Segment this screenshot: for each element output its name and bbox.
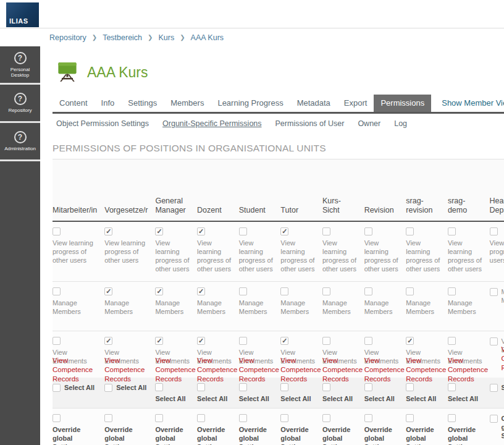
checkbox-manage-members[interactable] [406, 287, 414, 295]
checkbox-manage-members[interactable] [364, 287, 372, 295]
checkbox-select-all[interactable] [239, 383, 247, 391]
view-competence-records-link[interactable]: View Competence Records [52, 356, 101, 384]
checkbox-override-global-settings[interactable] [448, 414, 456, 422]
checkbox-view-learning-progress[interactable] [280, 227, 288, 235]
checkbox-view-learning-progress[interactable] [364, 227, 372, 235]
checkbox-manage-members[interactable] [197, 287, 205, 295]
checkbox-view-enrolments[interactable] [448, 337, 456, 345]
tab-content[interactable]: Content [52, 95, 94, 112]
checkbox-select-all[interactable] [197, 383, 205, 391]
checkbox-override-global-settings[interactable] [239, 414, 247, 422]
checkbox-select-all[interactable] [104, 384, 112, 392]
tab-learning-progress[interactable]: Learning Progress [211, 95, 290, 112]
breadcrumb-link-testbereich[interactable]: Testbereich [103, 33, 142, 42]
tab-permissions[interactable]: Permissions [374, 95, 431, 112]
subtab-owner[interactable]: Owner [358, 119, 380, 128]
permission-label-wrap: View EnrolmentsView Competence Records [448, 348, 482, 365]
checkbox-view-learning-progress[interactable] [104, 227, 112, 235]
checkbox-view-enrolments[interactable] [197, 337, 205, 345]
view-competence-records-link[interactable]: View Competence Records [155, 356, 193, 384]
checkbox-select-all[interactable] [490, 384, 498, 392]
checkbox-select-all[interactable] [406, 383, 414, 391]
view-competence-records-link[interactable]: View Competence Records [197, 356, 235, 384]
checkbox-view-enrolments[interactable] [52, 337, 61, 345]
checkbox-view-enrolments[interactable] [490, 337, 498, 345]
checkbox-view-learning-progress[interactable] [155, 227, 163, 235]
permission-label: Override global Settings [406, 425, 440, 445]
view-competence-records-link[interactable]: View Competence Records [502, 345, 504, 373]
checkbox-override-global-settings[interactable] [406, 414, 414, 422]
checkbox-view-enrolments[interactable] [239, 337, 247, 345]
checkbox-select-all[interactable] [280, 383, 288, 391]
permission-cell-inner: Manage Members [448, 287, 482, 316]
subtab-log[interactable]: Log [394, 119, 407, 128]
checkbox-view-enrolments[interactable] [155, 337, 163, 345]
checkbox-view-learning-progress[interactable] [406, 227, 414, 235]
view-competence-records-link[interactable]: View Competence Records [104, 356, 152, 384]
checkbox-view-enrolments[interactable] [364, 337, 372, 345]
checkbox-select-all[interactable] [364, 383, 372, 391]
permission-label-wrap: View learning progress of other users [197, 239, 232, 273]
view-competence-records-link[interactable]: View Competence Records [364, 356, 402, 384]
view-competence-records-link[interactable]: View Competence Records [406, 356, 443, 384]
checkbox-view-learning-progress[interactable] [322, 227, 330, 235]
subtab-object-permission-settings[interactable]: Object Permission Settings [56, 119, 149, 128]
view-competence-records-link[interactable]: View Competence Records [322, 356, 360, 384]
checkbox-select-all[interactable] [322, 383, 330, 391]
subtab-permissions-of-user[interactable]: Permissions of User [275, 119, 345, 128]
view-competence-records-link[interactable]: View Competence Records [239, 356, 277, 384]
checkbox-view-enrolments[interactable] [406, 337, 414, 345]
checkbox-select-all[interactable] [155, 383, 163, 391]
checkbox-select-all[interactable] [448, 383, 456, 391]
checkbox-view-learning-progress[interactable] [490, 227, 498, 235]
checkbox-view-enrolments[interactable] [280, 337, 288, 345]
checkbox-manage-members[interactable] [52, 287, 61, 295]
checkbox-manage-members[interactable] [280, 287, 288, 295]
permission-label: Manage Members [239, 299, 274, 316]
view-competence-records-link[interactable]: View Competence Records [280, 356, 318, 384]
checkbox-override-global-settings[interactable] [364, 414, 372, 422]
checkbox-view-learning-progress[interactable] [52, 227, 61, 235]
checkbox-manage-members[interactable] [322, 287, 330, 295]
tab-info[interactable]: Info [94, 95, 122, 112]
checkbox-override-global-settings[interactable] [104, 414, 112, 422]
checkbox-override-global-settings[interactable] [322, 414, 330, 422]
checkbox-manage-members[interactable] [448, 287, 456, 295]
tab-settings[interactable]: Settings [121, 95, 164, 112]
breadcrumb-link-repository[interactable]: Repository [49, 33, 86, 42]
checkbox-manage-members[interactable] [239, 287, 247, 295]
checkbox-override-global-settings[interactable] [52, 414, 61, 422]
ilias-logo[interactable]: ILIAS [6, 2, 39, 27]
sidebar-item-repository[interactable]: ?Repository [0, 85, 40, 123]
checkbox-override-global-settings[interactable] [155, 414, 163, 422]
permission-label: Select All [155, 394, 190, 403]
sidebar-item-label: Repository [7, 108, 33, 113]
breadcrumb-link-kurs[interactable]: Kurs [158, 33, 174, 42]
sidebar-item-administration[interactable]: ?Administration [0, 123, 40, 161]
tab-export[interactable]: Export [337, 95, 374, 112]
permission-label-wrap: View EnrolmentsView Competence Records [322, 348, 357, 365]
breadcrumb-link-aaa-kurs[interactable]: AAA Kurs [191, 33, 224, 42]
checkbox-manage-members[interactable] [155, 287, 163, 295]
checkbox-override-global-settings[interactable] [197, 414, 205, 422]
checkbox-view-learning-progress[interactable] [239, 227, 247, 235]
checkbox-manage-members[interactable] [104, 287, 112, 295]
checkbox-view-enrolments[interactable] [104, 337, 112, 345]
checkbox-view-enrolments[interactable] [322, 337, 330, 345]
checkbox-select-all[interactable] [52, 384, 61, 392]
show-member-view-link[interactable]: Show Member View❯ [435, 95, 504, 112]
checkbox-view-learning-progress[interactable] [197, 227, 205, 235]
sidebar-item-personal-desktop[interactable]: ?Personal Desktop [0, 46, 40, 85]
permission-label-wrap: Manage Members [322, 299, 357, 316]
permission-cell: View EnrolmentsView Competence Records [197, 331, 239, 378]
checkbox-view-learning-progress[interactable] [448, 227, 456, 235]
permission-label: Override global Settings [322, 425, 357, 445]
checkbox-override-global-settings[interactable] [490, 415, 498, 423]
checkbox-manage-members[interactable] [490, 288, 498, 296]
tab-members[interactable]: Members [164, 95, 211, 112]
tab-metadata[interactable]: Metadata [290, 95, 337, 112]
checkbox-override-global-settings[interactable] [280, 414, 288, 422]
subtab-orgunit-specific-permissions[interactable]: Orgunit-Specific Permissions [162, 119, 261, 128]
view-competence-records-link[interactable]: View Competence Records [448, 356, 485, 384]
permission-label-wrap: View EnrolmentsView Competence Records [239, 348, 274, 365]
